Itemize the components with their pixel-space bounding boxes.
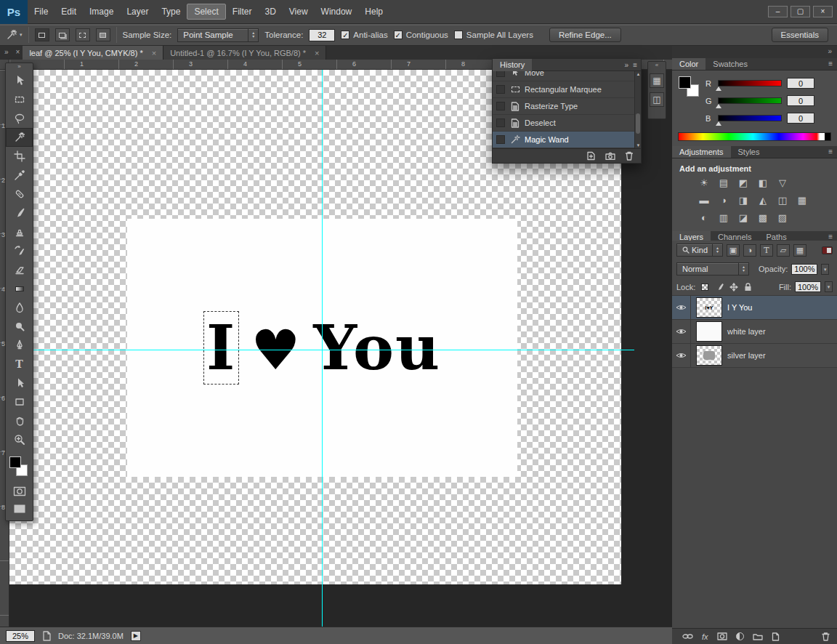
tool-pen[interactable]	[6, 336, 33, 355]
restore-button[interactable]: ▢	[790, 6, 810, 17]
new-snapshot-camera-icon[interactable]	[605, 152, 615, 160]
panel-menu-icon[interactable]: ≡	[633, 61, 637, 69]
layer-name[interactable]: I Y You	[727, 303, 752, 312]
minimize-button[interactable]: –	[768, 6, 788, 17]
layer-thumbnail[interactable]	[696, 345, 722, 366]
close-button[interactable]: ×	[813, 6, 833, 17]
tool-blur[interactable]	[6, 298, 33, 317]
adjustment-brightness-contrast-icon[interactable]: ☀	[698, 177, 710, 189]
tool-rectangle[interactable]	[6, 393, 33, 411]
tool-magic-wand[interactable]	[6, 128, 33, 147]
layer-visibility-eye-icon[interactable]	[672, 320, 691, 343]
lock-paint-icon[interactable]	[713, 282, 724, 292]
blend-mode-dropdown[interactable]: Normal ▴▾	[676, 262, 749, 275]
filter-adjustment-layers-icon[interactable]: ◑	[743, 244, 756, 257]
tab-styles[interactable]: Styles	[731, 146, 767, 158]
new-document-from-state-icon[interactable]	[586, 151, 596, 161]
history-step-magic-wand[interactable]: Magic Wand	[493, 132, 634, 148]
menu-select[interactable]: Select	[187, 4, 225, 20]
document-tab-leaf[interactable]: leaf @ 25% (I Y You, CMYK/8) * ×	[23, 46, 163, 60]
menu-image[interactable]: Image	[83, 4, 120, 20]
lock-all-icon[interactable]	[743, 282, 753, 292]
panel-menu-icon[interactable]: ≡	[828, 58, 837, 70]
tool-crop[interactable]	[6, 147, 33, 166]
lock-transparency-icon[interactable]	[699, 282, 710, 292]
delete-state-trash-icon[interactable]	[625, 151, 634, 161]
adjustment-gradient-map-icon[interactable]: ▩	[757, 212, 769, 224]
contiguous-checkbox[interactable]: ✓	[394, 31, 403, 39]
blue-slider-thumb[interactable]	[716, 121, 721, 126]
tool-lasso[interactable]	[6, 109, 33, 128]
scrollbar-thumb[interactable]	[636, 113, 640, 134]
new-selection-button[interactable]	[35, 28, 49, 41]
history-step-deselect[interactable]: Deselect	[493, 115, 634, 132]
panel-collapse-icon[interactable]: »	[625, 61, 629, 69]
new-adjustment-layer-icon[interactable]	[736, 632, 744, 640]
filter-kind-dropdown[interactable]: Kind ▴▾	[676, 243, 723, 257]
green-value-field[interactable]	[787, 95, 814, 106]
menu-filter[interactable]: Filter	[226, 4, 259, 20]
history-source-well[interactable]	[496, 85, 505, 94]
add-layer-mask-icon[interactable]	[717, 632, 727, 640]
layer-row-white-layer[interactable]: white layer	[672, 320, 837, 344]
blue-slider-track[interactable]	[718, 115, 782, 121]
adjustment-exposure-icon[interactable]: ◧	[757, 177, 769, 189]
tool-hand[interactable]	[6, 411, 33, 430]
adjustment-levels-icon[interactable]: ▤	[718, 177, 729, 189]
opacity-field[interactable]	[791, 264, 817, 275]
horizontal-guide[interactable]	[9, 350, 634, 350]
adjustment-color-balance-icon[interactable]: ◑	[718, 195, 729, 206]
link-layers-icon[interactable]	[682, 633, 693, 640]
close-tab-icon[interactable]: ×	[152, 49, 156, 57]
anti-alias-checkbox[interactable]: ✓	[341, 31, 349, 39]
new-group-folder-icon[interactable]	[753, 632, 763, 640]
document-tab-untitled[interactable]: Untitled-1 @ 16.7% (I Y You, RGB/8) * ×	[163, 46, 326, 60]
toolbox-collapse-icon[interactable]: »	[6, 63, 33, 71]
fill-field[interactable]	[795, 281, 821, 292]
adjustment-photo-filter-icon[interactable]: ◭	[757, 195, 769, 206]
history-step-rectangular-marquee[interactable]: Rectangular Marquee	[493, 81, 634, 98]
history-scrollbar[interactable]: ▲ ▼	[634, 71, 641, 148]
layer-style-fx-icon[interactable]: fx	[702, 632, 708, 641]
refine-edge-button[interactable]: Refine Edge...	[549, 28, 621, 42]
screen-mode-button[interactable]	[6, 500, 33, 518]
adjustment-invert-icon[interactable]: ◐	[698, 212, 710, 224]
quick-mask-button[interactable]	[6, 483, 33, 500]
blue-value-field[interactable]	[787, 113, 814, 124]
tool-gradient[interactable]	[6, 279, 33, 298]
add-to-selection-button[interactable]	[55, 28, 70, 41]
menu-help[interactable]: Help	[358, 4, 389, 20]
history-step-move[interactable]: Move	[493, 71, 634, 81]
tab-overflow-chevron-icon[interactable]: »	[0, 46, 12, 60]
collapse-dock-chevron-icon[interactable]: »	[828, 47, 832, 55]
foreground-color-swatch[interactable]	[9, 456, 21, 468]
red-slider-thumb[interactable]	[716, 86, 721, 91]
workspace-switcher-button[interactable]: Essentials	[772, 28, 828, 42]
layer-thumbnail[interactable]	[696, 321, 722, 342]
tab-swatches[interactable]: Swatches	[705, 58, 755, 70]
layer-row-silver-layer[interactable]: silver layer	[672, 344, 837, 368]
zoom-level-field[interactable]	[6, 630, 35, 642]
tab-adjustments[interactable]: Adjustments	[672, 146, 731, 158]
history-step-rasterize-type[interactable]: Rasterize Type	[493, 98, 634, 115]
tab-color[interactable]: Color	[672, 58, 705, 70]
menu-view[interactable]: View	[283, 4, 315, 20]
history-source-well[interactable]	[496, 71, 505, 77]
tool-brush[interactable]	[6, 204, 33, 222]
layer-visibility-eye-icon[interactable]	[672, 344, 691, 367]
tool-path-selection[interactable]	[6, 374, 33, 393]
history-source-well[interactable]	[496, 102, 505, 110]
layer-row-i-y-you[interactable]: I♥Y I Y You	[672, 296, 837, 320]
menu-3d[interactable]: 3D	[258, 4, 282, 20]
tool-type[interactable]: T	[6, 355, 33, 374]
filter-shape-layers-icon[interactable]: ▱	[777, 244, 790, 257]
expand-panels-chevron-icon[interactable]: «	[648, 62, 666, 69]
adjustment-posterize-icon[interactable]: ▥	[718, 212, 729, 224]
adjustment-hue-saturation-icon[interactable]: ▬	[698, 195, 710, 206]
tool-rectangular-marquee[interactable]	[6, 90, 33, 109]
magic-wand-preset-icon[interactable]: ▾	[6, 29, 23, 41]
close-tab-icon[interactable]: ×	[315, 49, 319, 57]
history-tab[interactable]: History	[493, 59, 532, 71]
tool-clone-stamp[interactable]	[6, 222, 33, 241]
adjustment-vibrance-icon[interactable]: ▽	[777, 177, 788, 189]
